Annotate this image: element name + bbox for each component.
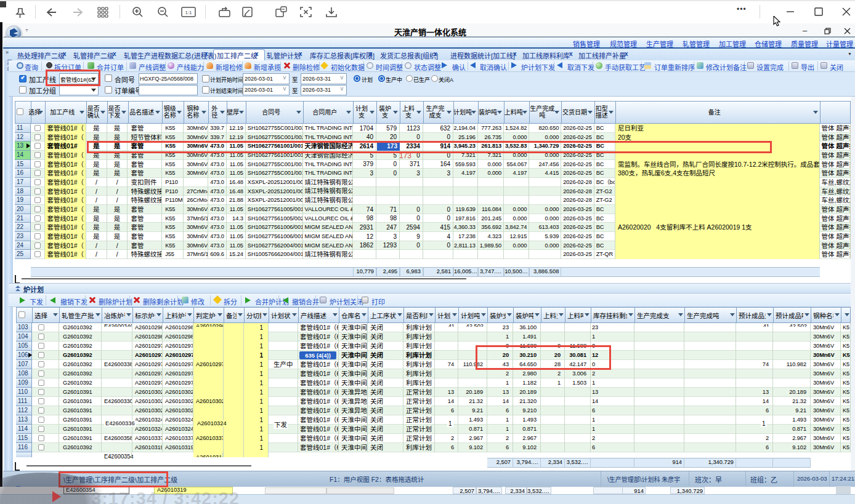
svg-text:1:1: 1:1 <box>185 10 192 15</box>
